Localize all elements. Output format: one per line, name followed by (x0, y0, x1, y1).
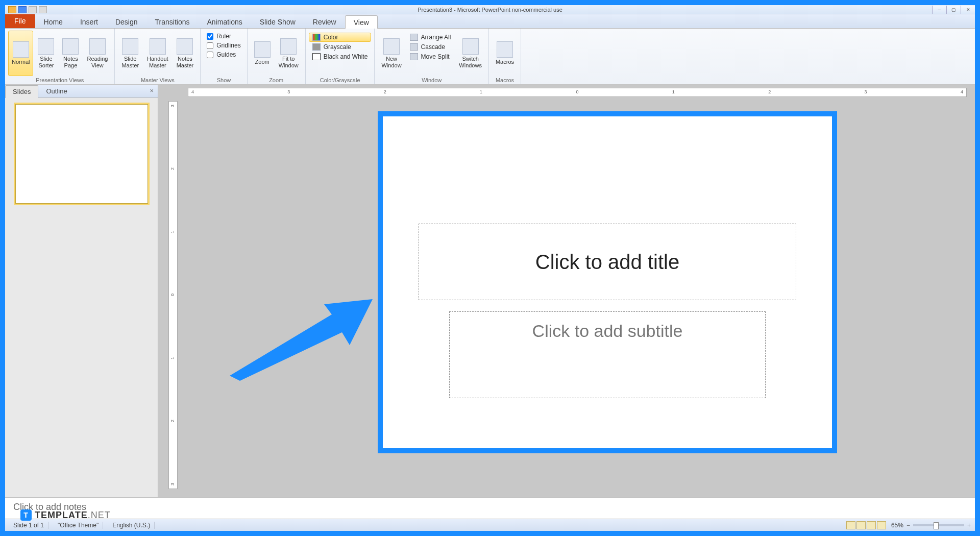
cascade-icon (410, 43, 418, 51)
gridlines-checkbox[interactable]: Gridlines (207, 42, 240, 49)
normal-view-button[interactable]: Normal (8, 31, 33, 76)
cascade-button[interactable]: Cascade (406, 42, 455, 52)
subtitle-placeholder[interactable]: Click to add subtitle (449, 311, 766, 398)
tab-slide-show[interactable]: Slide Show (251, 15, 304, 28)
new-window-icon (383, 38, 400, 55)
slide-canvas[interactable]: Click to add title Click to add subtitle (383, 116, 832, 448)
notes-page-icon (62, 38, 79, 55)
grayscale-button[interactable]: Grayscale (309, 42, 372, 52)
switch-windows-button[interactable]: Switch Windows (455, 31, 485, 76)
ribbon-tabs: File Home Insert Design Transitions Anim… (5, 14, 975, 29)
app-window: Presentation3 - Microsoft PowerPoint non… (5, 5, 975, 531)
bw-icon (312, 53, 321, 60)
group-label: Master Views (118, 76, 197, 84)
zoom-percent[interactable]: 65% (891, 522, 903, 529)
watermark: T TEMPLATE.NET (20, 509, 111, 521)
grayscale-icon (312, 43, 321, 51)
undo-icon[interactable] (29, 6, 37, 13)
minimize-button[interactable]: ─ (932, 6, 946, 14)
close-pane-button[interactable]: × (145, 85, 158, 98)
group-zoom: Zoom Fit to Window Zoom (248, 29, 306, 84)
arrange-all-button[interactable]: Arrange All (406, 33, 455, 42)
ribbon: Normal Slide Sorter Notes Page Reading V… (5, 29, 975, 85)
status-normal-view-icon[interactable] (846, 521, 855, 529)
macros-icon (497, 41, 513, 58)
tab-transitions[interactable]: Transitions (146, 15, 199, 28)
status-slideshow-view-icon[interactable] (877, 521, 886, 529)
guides-checkbox[interactable]: Guides (207, 51, 240, 58)
zoom-slider[interactable] (913, 524, 964, 526)
macros-button[interactable]: Macros (492, 31, 518, 76)
slide-master-icon (122, 38, 138, 55)
notes-pane[interactable]: Click to add notes (5, 497, 975, 519)
slide-thumbnail-1[interactable] (15, 104, 148, 204)
reading-view-button[interactable]: Reading View (83, 31, 111, 76)
move-split-button[interactable]: Move Split (406, 52, 455, 61)
status-bar: Slide 1 of 1 "Office Theme" English (U.S… (5, 519, 975, 531)
horizontal-ruler[interactable]: 4 3 2 1 0 1 2 3 4 (188, 88, 967, 97)
close-button[interactable]: ✕ (961, 6, 975, 14)
status-theme: "Office Theme" (54, 522, 103, 529)
handout-master-button[interactable]: Handout Master (143, 31, 172, 76)
guides-check-input[interactable] (207, 52, 213, 58)
tab-insert[interactable]: Insert (71, 15, 107, 28)
pane-tabs: Slides Outline × (5, 85, 158, 98)
group-label: Presentation Views (8, 76, 111, 84)
zoom-button[interactable]: Zoom (251, 31, 274, 76)
status-slide-count: Slide 1 of 1 (9, 522, 48, 529)
fit-to-window-button[interactable]: Fit to Window (275, 31, 302, 76)
handout-master-icon (150, 38, 166, 55)
slide-editor: 4 3 2 1 0 1 2 3 4 3 2 1 0 1 2 3 (158, 85, 975, 497)
slides-tab[interactable]: Slides (5, 85, 38, 98)
quick-access-toolbar (5, 6, 47, 13)
zoom-out-button[interactable]: − (906, 522, 910, 529)
outline-tab[interactable]: Outline (38, 85, 75, 98)
save-icon[interactable] (18, 6, 27, 13)
switch-windows-icon (462, 38, 479, 55)
black-white-button[interactable]: Black and White (309, 52, 372, 61)
maximize-button[interactable]: ▢ (946, 6, 961, 14)
slide-sorter-icon (38, 38, 54, 55)
ruler-check-input[interactable] (207, 33, 213, 40)
color-icon (312, 34, 321, 41)
vertical-ruler[interactable]: 3 2 1 0 1 2 3 (168, 101, 178, 489)
group-master-views: Slide Master Handout Master Notes Master… (115, 29, 201, 84)
qat-icon[interactable] (8, 6, 16, 13)
gridlines-check-input[interactable] (207, 42, 213, 49)
tab-view[interactable]: View (345, 15, 378, 29)
fit-window-icon (280, 38, 297, 55)
zoom-in-button[interactable]: + (967, 522, 971, 529)
group-label: Window (378, 76, 485, 84)
status-language[interactable]: English (U.S.) (108, 522, 155, 529)
slide-master-button[interactable]: Slide Master (118, 31, 142, 76)
window-controls: ─ ▢ ✕ (932, 6, 975, 14)
notes-master-icon (177, 38, 193, 55)
color-button[interactable]: Color (309, 33, 372, 42)
tab-review[interactable]: Review (304, 15, 345, 28)
notes-page-button[interactable]: Notes Page (59, 31, 82, 76)
svg-marker-0 (230, 299, 373, 381)
reading-view-icon (89, 38, 106, 55)
annotation-arrow-icon (225, 274, 378, 386)
title-placeholder[interactable]: Click to add title (419, 224, 796, 300)
new-window-button[interactable]: New Window (378, 31, 405, 76)
title-bar: Presentation3 - Microsoft PowerPoint non… (5, 5, 975, 14)
tab-design[interactable]: Design (107, 15, 146, 28)
arrange-all-icon (410, 34, 418, 41)
status-sorter-view-icon[interactable] (856, 521, 866, 529)
notes-master-button[interactable]: Notes Master (173, 31, 198, 76)
tab-file[interactable]: File (5, 14, 35, 28)
status-zoom: 65% − + (891, 522, 971, 529)
status-view-buttons (846, 521, 886, 529)
redo-icon[interactable] (39, 6, 47, 13)
status-reading-view-icon[interactable] (867, 521, 876, 529)
tab-home[interactable]: Home (35, 15, 71, 28)
watermark-icon: T (20, 509, 32, 521)
slides-pane: Slides Outline × (5, 85, 158, 497)
group-label: Show (204, 76, 243, 84)
ruler-checkbox[interactable]: Ruler (207, 33, 240, 40)
slide-sorter-button[interactable]: Slide Sorter (34, 31, 58, 76)
group-macros: Macros Macros (489, 29, 521, 84)
tab-animations[interactable]: Animations (198, 15, 251, 28)
thumbnail-list (5, 98, 158, 210)
